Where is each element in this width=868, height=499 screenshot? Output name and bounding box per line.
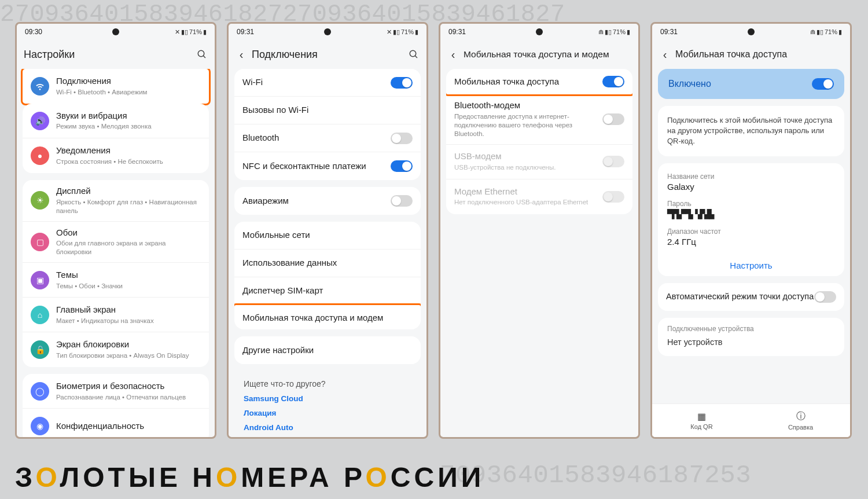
link-location[interactable]: Локация bbox=[244, 409, 411, 417]
password-value: ▀▛▙▀▜▖▚▛▟▙ bbox=[667, 209, 835, 219]
hotspot-toggle[interactable] bbox=[602, 76, 624, 87]
camera-punch-hole bbox=[112, 28, 119, 35]
row-bluetooth[interactable]: Bluetooth bbox=[234, 124, 421, 152]
password-label: Пароль bbox=[667, 200, 835, 208]
signal-icon: ▮▯ bbox=[393, 28, 400, 36]
row-title: Диспетчер SIM-карт bbox=[242, 285, 413, 296]
lock-icon: 🔒 bbox=[31, 340, 49, 359]
row-sub: Wi-Fi • Bluetooth • Авиарежим bbox=[56, 88, 201, 97]
themes-icon: ▣ bbox=[31, 271, 49, 289]
row-title: USB-модем bbox=[454, 151, 602, 162]
row-title: Звуки и вибрация bbox=[56, 111, 201, 122]
row-title: Bluetooth-модем bbox=[454, 100, 602, 111]
row-sub: Распознавание лица • Отпечатки пальцев bbox=[56, 393, 201, 402]
row-sub: Нет подключенного USB-адаптера Ethernet bbox=[454, 198, 602, 207]
row-homescreen[interactable]: ⌂ Главный экранМакет • Индикаторы на зна… bbox=[23, 298, 209, 332]
row-themes[interactable]: ▣ ТемыТемы • Обои • Значки bbox=[23, 263, 209, 298]
row-nfc[interactable]: NFC и бесконтактные платежи bbox=[234, 152, 421, 180]
row-title: Экран блокировки bbox=[56, 339, 201, 350]
camera-punch-hole bbox=[324, 28, 331, 35]
row-data-usage[interactable]: Использование данных bbox=[234, 250, 421, 277]
wifi-toggle[interactable] bbox=[391, 77, 413, 89]
header: ‹ Мобильная точка доступа и модем bbox=[440, 40, 638, 69]
status-bar: 09:31 ⋒ ▮▯ 71% ▮ bbox=[652, 24, 850, 40]
row-title: Bluetooth bbox=[242, 133, 391, 144]
row-title: Модем Ethernet bbox=[454, 186, 602, 197]
row-more-settings[interactable]: Другие настройки bbox=[234, 336, 421, 364]
display-icon: ☀ bbox=[31, 191, 49, 210]
desc-block: Подключитесь к этой мобильной точке дост… bbox=[658, 106, 844, 156]
row-display[interactable]: ☀ ДисплейЯркость • Комфорт для глаз • На… bbox=[23, 180, 209, 222]
wallpaper-icon: ▢ bbox=[31, 233, 49, 251]
row-mobile-networks[interactable]: Мобильные сети bbox=[234, 222, 421, 250]
link-samsung-cloud[interactable]: Samsung Cloud bbox=[244, 394, 411, 403]
auto-mode-card: Автоматический режим точки доступа bbox=[658, 283, 844, 311]
hotspot-master-toggle[interactable] bbox=[812, 78, 834, 90]
row-notifications[interactable]: ● УведомленияСтрока состояния • Не беспо… bbox=[23, 138, 209, 173]
battery-text: 71% bbox=[189, 28, 202, 35]
row-sub: Темы • Обои • Значки bbox=[56, 282, 201, 291]
header: ‹ Подключения bbox=[229, 40, 426, 69]
status-icons: ⋒ ▮▯ 71% ▮ bbox=[598, 28, 630, 36]
bluetooth-toggle[interactable] bbox=[391, 133, 413, 144]
camera-punch-hole bbox=[536, 28, 543, 35]
row-title: Главный экран bbox=[56, 304, 201, 315]
row-hotspot-tethering[interactable]: Мобильная точка доступа и модем bbox=[234, 303, 421, 329]
help-button[interactable]: ⓘ Справка bbox=[751, 404, 850, 437]
row-title: Дисплей bbox=[56, 186, 201, 197]
enabled-banner[interactable]: Включено bbox=[658, 69, 844, 99]
row-auto-mode[interactable]: Автоматический режим точки доступа bbox=[658, 283, 844, 311]
sound-icon: 🔊 bbox=[31, 112, 49, 130]
row-wallpaper[interactable]: ▢ ОбоиОбои для главного экрана и экрана … bbox=[23, 222, 209, 263]
row-lockscreen[interactable]: 🔒 Экран блокировкиТип блокировки экрана … bbox=[23, 332, 209, 367]
status-icons: ✕ ▮▯ 71% ▮ bbox=[175, 28, 207, 36]
search-icon[interactable] bbox=[408, 49, 420, 60]
row-biometrics[interactable]: ◯ Биометрия и безопасностьРаспознавание … bbox=[23, 374, 209, 409]
hotspot-icon: ⋒ bbox=[810, 28, 815, 36]
looking-for-section: Ищете что-то другое? Samsung Cloud Локац… bbox=[234, 371, 421, 432]
signal-icon: ▮▯ bbox=[181, 28, 188, 36]
header: Настройки bbox=[17, 40, 215, 69]
link-android-auto[interactable]: Android Auto bbox=[244, 423, 411, 432]
configure-button[interactable]: Настроить bbox=[667, 255, 835, 273]
row-mobile-hotspot[interactable]: Мобильная точка доступа bbox=[446, 69, 632, 96]
back-button[interactable]: ‹ bbox=[659, 49, 671, 60]
row-wifi[interactable]: Wi-Fi bbox=[234, 69, 421, 97]
row-title: Wi-Fi bbox=[242, 77, 391, 88]
bt-tether-toggle[interactable] bbox=[602, 113, 624, 125]
row-usb-tethering: USB-модемUSB-устройства не подключены. bbox=[446, 145, 632, 179]
qr-label: Код QR bbox=[690, 423, 712, 430]
row-sub: Яркость • Комфорт для глаз • Навигационн… bbox=[56, 198, 201, 215]
row-title: Обои bbox=[56, 228, 201, 239]
airplane-toggle[interactable] bbox=[391, 195, 413, 207]
row-bt-tethering[interactable]: Bluetooth-модемПредоставление доступа к … bbox=[446, 94, 632, 145]
row-sounds[interactable]: 🔊 Звуки и вибрацияРежим звука • Мелодия … bbox=[23, 104, 209, 138]
svg-line-1 bbox=[203, 56, 205, 58]
settings-list: Подключения Wi-Fi • Bluetooth • Авиарежи… bbox=[17, 69, 215, 437]
row-airplane[interactable]: Авиарежим bbox=[234, 187, 421, 215]
row-title: Мобильная точка доступа bbox=[454, 76, 602, 87]
qr-code-button[interactable]: ▦ Код QR bbox=[652, 404, 751, 437]
row-sub: Предоставление доступа к интернет-подклю… bbox=[454, 112, 602, 138]
hotspot-info-card[interactable]: Название сети Galaxy Пароль ▀▛▙▀▜▖▚▛▟▙ Д… bbox=[658, 163, 844, 276]
row-ethernet-tethering: Модем EthernetНет подключенного USB-адап… bbox=[446, 179, 632, 214]
phone-screen-4: 09:31 ⋒ ▮▯ 71% ▮ ‹ Мобильная точка досту… bbox=[650, 22, 852, 439]
status-icons: ✕ ▮▯ 71% ▮ bbox=[387, 28, 418, 36]
search-icon[interactable] bbox=[196, 49, 208, 60]
page-title: Мобильная точка доступа bbox=[675, 49, 843, 60]
back-button[interactable]: ‹ bbox=[236, 49, 247, 60]
battery-icon: ▮ bbox=[203, 28, 207, 36]
mute-icon: ✕ bbox=[387, 28, 392, 36]
row-title: Темы bbox=[56, 270, 201, 281]
auto-mode-toggle[interactable] bbox=[814, 291, 836, 303]
nfc-toggle[interactable] bbox=[391, 160, 413, 172]
shield-icon: ◯ bbox=[31, 382, 49, 401]
row-privacy[interactable]: ◉ Конфиденциальность bbox=[23, 409, 209, 437]
phones-row: 09:30 ✕ ▮▯ 71% ▮ Настройки bbox=[0, 0, 868, 439]
row-title: Уведомления bbox=[56, 145, 201, 156]
row-title: Авиарежим bbox=[242, 196, 391, 207]
back-button[interactable]: ‹ bbox=[447, 49, 459, 60]
row-connections[interactable]: Подключения Wi-Fi • Bluetooth • Авиарежи… bbox=[23, 69, 209, 104]
row-sim-manager[interactable]: Диспетчер SIM-карт bbox=[234, 277, 421, 305]
row-wifi-calling[interactable]: Вызовы по Wi-Fi bbox=[234, 97, 421, 124]
